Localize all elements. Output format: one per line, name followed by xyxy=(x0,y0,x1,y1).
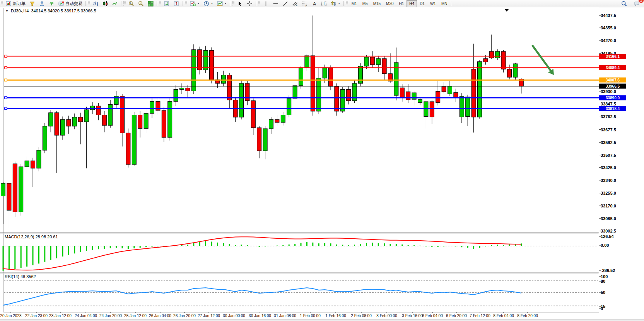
candle-body-up[interactable] xyxy=(323,68,327,78)
candle-body-up[interactable] xyxy=(37,150,41,168)
accounts-button[interactable] xyxy=(37,0,47,7)
template-button[interactable]: ▼ xyxy=(215,0,229,7)
text-button[interactable]: A xyxy=(309,0,319,7)
chart-shift-marker[interactable] xyxy=(505,9,509,12)
candle-body-up[interactable] xyxy=(168,102,172,138)
time-axis-label[interactable]: 3 Feb 00:00 xyxy=(376,314,397,318)
candle-body-down[interactable] xyxy=(406,92,410,100)
candle-body-down[interactable] xyxy=(31,161,35,168)
candle-body-up[interactable] xyxy=(263,129,267,151)
candle-body-up[interactable] xyxy=(317,78,321,111)
line-anchor[interactable] xyxy=(5,55,7,58)
macd-signal-line[interactable] xyxy=(3,237,521,270)
dropdown-caret-icon[interactable]: ▼ xyxy=(224,2,227,5)
candle-body-up[interactable] xyxy=(132,115,136,165)
candle-body-down[interactable] xyxy=(7,183,11,211)
time-axis-label[interactable]: 1 Feb 00:00 xyxy=(300,314,320,318)
candle-body-up[interactable] xyxy=(364,57,369,66)
candle-body-up[interactable] xyxy=(281,115,285,122)
candle-body-up[interactable] xyxy=(424,102,428,116)
candle-body-down[interactable] xyxy=(335,87,339,111)
timeframe-button-M15[interactable]: M15 xyxy=(371,0,383,7)
candle-body-up[interactable] xyxy=(61,119,65,135)
candle-body-down[interactable] xyxy=(442,87,446,92)
time-axis-label[interactable]: 23 Jan 12:00 xyxy=(49,314,72,318)
candle-body-up[interactable] xyxy=(293,86,297,99)
candle-body-up[interactable] xyxy=(287,99,291,115)
candle-body-down[interactable] xyxy=(501,51,506,69)
timeframe-button-H4[interactable]: H4 xyxy=(407,0,417,7)
candle-body-down[interactable] xyxy=(251,101,255,128)
time-axis-label[interactable]: 6 Feb 04:00 xyxy=(422,314,442,318)
candle-body-down[interactable] xyxy=(471,69,476,117)
candle-chart-button[interactable] xyxy=(101,0,110,7)
candle-body-up[interactable] xyxy=(203,50,208,70)
candle-body-down[interactable] xyxy=(227,75,232,100)
time-axis-label[interactable]: 3 Feb 16:00 xyxy=(402,314,422,318)
time-axis-label[interactable]: 20 Jan 2023 xyxy=(0,314,21,318)
time-axis-label[interactable]: 24 Jan 04:00 xyxy=(75,314,97,318)
arrows-button[interactable]: ▼ xyxy=(329,0,342,7)
candle-body-up[interactable] xyxy=(460,97,464,117)
crosshair-button[interactable] xyxy=(245,0,255,7)
time-axis-label[interactable]: 22 Jan 23:00 xyxy=(25,314,48,318)
zoom-in-button[interactable] xyxy=(126,0,136,7)
time-axis-label[interactable]: 26 Jan 20:00 xyxy=(173,314,196,318)
add-indicator-button[interactable]: ▼ xyxy=(188,0,202,7)
candle-body-down[interactable] xyxy=(120,96,125,133)
chart-canvas[interactable] xyxy=(0,7,644,319)
timeframe-button-W1[interactable]: W1 xyxy=(427,0,439,7)
candle-body-up[interactable] xyxy=(180,88,184,90)
candle-body-down[interactable] xyxy=(126,133,130,165)
candle-body-up[interactable] xyxy=(84,110,89,122)
candle-body-up[interactable] xyxy=(269,119,273,129)
candle-body-up[interactable] xyxy=(239,83,244,117)
line-anchor[interactable] xyxy=(5,107,7,110)
candle-body-up[interactable] xyxy=(359,66,363,83)
candle-body-down[interactable] xyxy=(79,117,83,122)
time-axis-label[interactable]: 31 Jan 08:00 xyxy=(274,314,296,318)
marketwatch-button[interactable] xyxy=(27,0,37,7)
candle-body-up[interactable] xyxy=(150,102,154,114)
time-axis-label[interactable]: 27 Jan 12:00 xyxy=(198,314,220,318)
candle-body-up[interactable] xyxy=(72,117,77,126)
candle-body-up[interactable] xyxy=(495,51,500,58)
time-axis-label[interactable]: 30 Jan 00:00 xyxy=(223,314,245,318)
candle-body-down[interactable] xyxy=(311,56,315,111)
candle-body-down[interactable] xyxy=(483,59,488,62)
dropdown-caret-icon[interactable]: ▼ xyxy=(338,2,340,5)
auto-trading-button[interactable]: 自动交易 xyxy=(56,0,84,7)
trendline-button[interactable] xyxy=(280,0,290,7)
candle-body-down[interactable] xyxy=(198,49,202,70)
candle-body-down[interactable] xyxy=(454,93,458,97)
time-axis-label[interactable]: 6 Feb 20:00 xyxy=(446,314,466,318)
auto-arrange-button[interactable] xyxy=(162,0,172,7)
candle-body-down[interactable] xyxy=(436,92,440,103)
line-anchor[interactable] xyxy=(5,79,7,81)
candle-body-down[interactable] xyxy=(162,110,166,138)
candle-body-down[interactable] xyxy=(210,50,214,80)
candle-body-down[interactable] xyxy=(489,51,494,58)
notifications-button[interactable]: 1 xyxy=(632,0,642,7)
candle-body-up[interactable] xyxy=(221,75,225,83)
candle-body-down[interactable] xyxy=(347,90,351,101)
candle-body-up[interactable] xyxy=(25,161,29,167)
text-label-button[interactable]: T xyxy=(319,0,329,7)
cursor-button[interactable] xyxy=(235,0,245,7)
signals-button[interactable] xyxy=(47,0,56,7)
channel-button[interactable]: E xyxy=(290,0,300,7)
bar-chart-button[interactable] xyxy=(91,0,101,7)
dropdown-caret-icon[interactable]: ▼ xyxy=(211,2,213,5)
track-chart-button[interactable] xyxy=(172,0,181,7)
new-order-button[interactable]: 新订单 xyxy=(4,0,27,7)
period-button[interactable]: ▼ xyxy=(202,0,215,7)
candle-body-down[interactable] xyxy=(67,119,71,126)
line-chart-button[interactable] xyxy=(110,0,120,7)
tile-windows-button[interactable] xyxy=(146,0,155,7)
chart-collapse-icon[interactable]: ▼ xyxy=(5,9,9,13)
candle-body-up[interactable] xyxy=(299,68,303,86)
candle-body-up[interactable] xyxy=(19,167,23,212)
horizontal-line-button[interactable] xyxy=(271,0,280,7)
time-axis-label[interactable]: 1 Feb 16:00 xyxy=(325,314,346,318)
candle-body-down[interactable] xyxy=(138,115,142,129)
